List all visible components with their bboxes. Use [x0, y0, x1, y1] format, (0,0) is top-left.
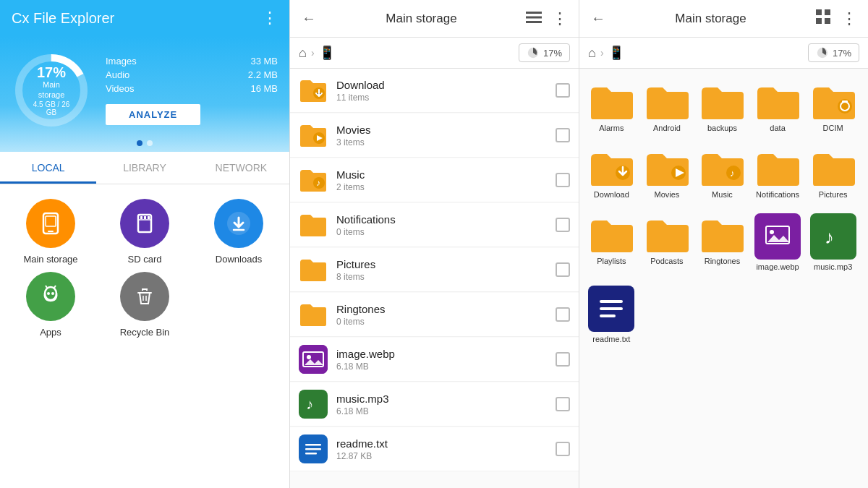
image-file-icon	[299, 345, 328, 374]
file-checkbox[interactable]	[556, 307, 570, 322]
list-item[interactable]: readme.txt 12.87 KB	[290, 427, 579, 471]
file-checkbox[interactable]	[556, 173, 570, 187]
folder-podcasts-icon	[644, 213, 690, 254]
grid-item[interactable]: backups	[696, 74, 749, 138]
svg-point-31	[307, 355, 311, 359]
file-checkbox[interactable]	[556, 442, 570, 456]
shortcut-main-storage[interactable]: Main storage	[7, 199, 94, 265]
middle-more-button[interactable]: ⋮	[550, 9, 570, 28]
file-checkbox[interactable]	[556, 262, 570, 277]
device-icon[interactable]: 📱	[319, 45, 335, 61]
svg-line-14	[54, 286, 56, 288]
audio-file-icon: ♪	[299, 390, 328, 419]
file-name: Notifications	[336, 213, 547, 226]
list-item[interactable]: ♪ Music 2 items	[290, 158, 579, 202]
svg-point-12	[45, 287, 56, 300]
file-name: Download	[336, 79, 547, 91]
dot-1	[137, 140, 142, 146]
list-item[interactable]: Notifications 0 items	[290, 203, 579, 247]
grid-item[interactable]: Playlists	[585, 207, 638, 277]
right-device-icon[interactable]: 📱	[608, 45, 624, 61]
grid-item[interactable]: Ringtones	[696, 207, 749, 277]
folder-notifications-grid-icon	[754, 147, 801, 187]
grid-item[interactable]: Alarms	[585, 74, 638, 138]
svg-rect-22	[526, 21, 542, 23]
middle-header: ← Main storage ⋮	[290, 0, 579, 38]
right-storage-pct: 17%	[833, 48, 851, 59]
grid-item[interactable]: ♪ music.mp3	[807, 207, 859, 277]
grid-item[interactable]: Android	[641, 74, 694, 138]
svg-rect-21	[526, 17, 542, 19]
right-back-button[interactable]: ←	[588, 10, 608, 27]
grid-item[interactable]: Download	[585, 141, 638, 205]
svg-rect-37	[305, 453, 317, 455]
file-checkbox[interactable]	[556, 83, 570, 98]
tab-network[interactable]: NETWORK	[193, 152, 289, 184]
grid-item[interactable]: Notifica­tions	[752, 141, 804, 205]
right-header: ← Main storage ⋮	[579, 0, 868, 38]
file-checkbox[interactable]	[556, 128, 570, 142]
grid-item[interactable]: image.webp	[752, 207, 804, 277]
middle-list-view-icon[interactable]	[524, 10, 544, 27]
middle-panel: ← Main storage ⋮ ⌂ › 📱 17%	[289, 0, 579, 488]
grid-item-label: Podcasts	[650, 257, 683, 265]
grid-item-label: Android	[653, 124, 681, 132]
svg-rect-38	[816, 9, 822, 15]
file-meta: 12.87 KB	[336, 451, 547, 461]
right-grid-view-icon[interactable]	[813, 9, 833, 27]
grid-item-label: Notifica­tions	[756, 190, 799, 199]
folder-pictures-icon	[299, 255, 328, 284]
file-checkbox[interactable]	[556, 352, 570, 367]
grid-item-label: music.mp3	[814, 262, 852, 271]
grid-item[interactable]: Podcasts	[641, 207, 694, 277]
file-meta: 11 items	[336, 93, 547, 103]
apps-label: Apps	[40, 327, 61, 338]
right-more-button[interactable]: ⋮	[839, 9, 859, 28]
file-meta: 6.18 MB	[336, 361, 547, 372]
storage-stats: Images 33 MB Audio 2.2 MB Videos 16 MB A…	[106, 56, 278, 125]
apps-icon	[26, 272, 75, 321]
file-name: Pictures	[336, 258, 547, 270]
grid-item[interactable]: DCIM	[807, 74, 859, 138]
analyze-button[interactable]: ANALYZE	[106, 104, 200, 125]
list-item[interactable]: image.webp 6.18 MB	[290, 338, 579, 382]
grid-item[interactable]: ♪ Music	[696, 141, 749, 205]
app-header: Cx File Explorer ⋮	[0, 0, 289, 36]
grid-item[interactable]: readme.txt	[585, 280, 638, 349]
svg-rect-39	[825, 9, 830, 15]
home-icon[interactable]: ⌂	[299, 46, 307, 61]
list-item[interactable]: ♪ music.mp3 6.18 MB	[290, 382, 579, 427]
shortcut-sd-card[interactable]: SD card	[101, 199, 188, 265]
list-item[interactable]: Download 11 items	[290, 69, 579, 113]
grid-item[interactable]: data	[752, 74, 804, 138]
app-more-button[interactable]: ⋮	[262, 9, 278, 27]
grid-item[interactable]: Movies	[641, 141, 694, 205]
list-item[interactable]: Movies 3 items	[290, 114, 579, 158]
svg-point-15	[47, 292, 50, 295]
file-checkbox[interactable]	[556, 218, 570, 232]
file-name: Ringtones	[336, 303, 547, 315]
tab-local[interactable]: LOCAL	[0, 152, 96, 184]
folder-download-grid-icon	[588, 147, 634, 187]
right-home-icon[interactable]: ⌂	[588, 46, 596, 61]
file-meta: 6.18 MB	[336, 406, 547, 416]
main-storage-icon	[26, 199, 75, 248]
folder-alarms-icon	[588, 80, 634, 121]
folder-movies-grid-icon	[644, 147, 690, 187]
middle-back-button[interactable]: ←	[299, 10, 319, 27]
list-item[interactable]: Ringtones 0 items	[290, 293, 579, 337]
svg-line-13	[46, 286, 47, 288]
folder-notifications-icon	[299, 210, 328, 239]
file-name: image.webp	[336, 348, 547, 360]
grid-item[interactable]: Pictures	[807, 141, 859, 205]
tab-library[interactable]: LIBRARY	[96, 152, 192, 184]
svg-rect-32	[299, 390, 328, 419]
shortcut-apps[interactable]: Apps	[7, 272, 94, 338]
file-list: Download 11 items Movies 3 items	[290, 69, 579, 488]
file-checkbox[interactable]	[556, 397, 570, 411]
shortcut-recycle-bin[interactable]: Recycle Bin	[101, 272, 188, 338]
svg-rect-7	[140, 216, 142, 219]
shortcut-downloads[interactable]: Downloads	[195, 199, 282, 265]
svg-rect-45	[842, 100, 848, 103]
list-item[interactable]: Pictures 8 items	[290, 248, 579, 292]
